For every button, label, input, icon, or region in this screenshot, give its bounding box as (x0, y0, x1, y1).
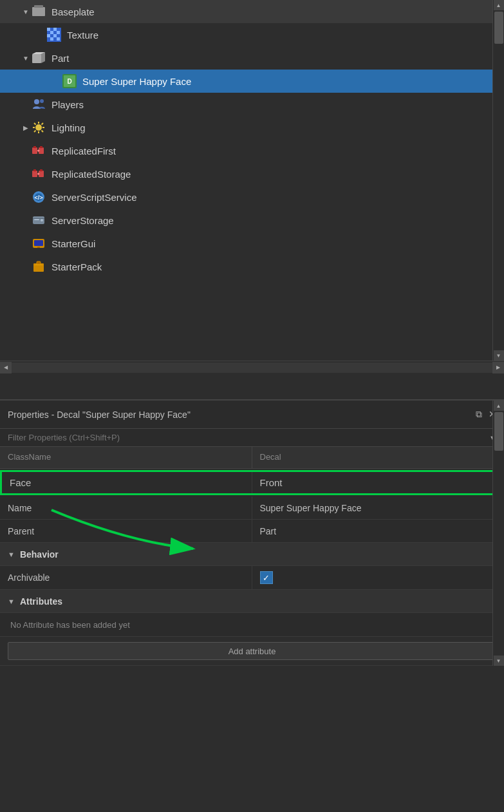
prop-name-name: Name (0, 496, 252, 519)
tree-item-texture[interactable]: ▶ Texture (0, 23, 504, 46)
svg-rect-8 (57, 31, 60, 34)
tree-item-part[interactable]: ▼ Part (0, 46, 504, 70)
properties-title: Properties - Decal "Super Super Happy Fa… (8, 410, 191, 420)
section-behavior: ▼ Behavior (0, 543, 504, 566)
tree-item-texture-label: Texture (67, 30, 504, 41)
svg-rect-4 (50, 31, 53, 34)
svg-point-18 (40, 99, 44, 103)
add-attribute-button[interactable]: Add attribute (8, 642, 496, 660)
restore-icon[interactable]: ⧉ (476, 409, 482, 420)
svg-rect-9 (50, 37, 53, 41)
players-icon (31, 97, 46, 112)
startergui-icon (31, 236, 46, 251)
prop-row-face[interactable]: Face Front (0, 470, 504, 495)
tree-item-serverscriptservice-label: ServerScriptService (51, 192, 504, 203)
scroll-down-button[interactable]: ▼ (494, 350, 504, 361)
svg-rect-11 (32, 54, 41, 63)
scroll-right-button[interactable]: ▶ (492, 362, 504, 373)
tree-item-serverstorage[interactable]: ▶ ServerStorage (0, 209, 504, 232)
behavior-chevron-icon[interactable]: ▼ (8, 551, 15, 558)
tree-item-serverstorage-label: ServerStorage (51, 215, 504, 226)
svg-rect-28 (32, 147, 37, 154)
svg-line-24 (34, 123, 36, 125)
prop-row-archivable[interactable]: Archivable ✓ (0, 566, 504, 590)
svg-rect-6 (47, 34, 50, 37)
prop-value-archivable[interactable]: ✓ (252, 566, 505, 589)
tree-area: ▼ Baseplate ▶ (0, 0, 504, 361)
add-attribute-area[interactable]: Add attribute (0, 637, 504, 666)
svg-rect-10 (57, 37, 60, 41)
replicatedstorage-icon (31, 166, 46, 182)
svg-rect-49 (37, 247, 40, 248)
tree-item-serverscriptservice[interactable]: ▶ </> ServerScriptService (0, 185, 504, 209)
starterpack-icon (31, 259, 46, 274)
svg-line-25 (42, 131, 44, 133)
chevron-right-icon: ▶ (21, 122, 31, 133)
svg-rect-29 (33, 146, 36, 148)
svg-line-27 (34, 131, 36, 133)
tree-item-part-label: Part (51, 53, 504, 64)
decal-icon: D (62, 73, 77, 89)
svg-rect-7 (53, 34, 57, 37)
svg-rect-3 (47, 28, 50, 31)
tree-item-supersuperhappyface[interactable]: ▶ D Super Super Happy Face (0, 70, 504, 93)
svg-rect-1 (34, 5, 43, 8)
properties-scrollbar[interactable]: ▲ ▼ (492, 401, 504, 666)
svg-rect-48 (34, 240, 43, 246)
attributes-title: Attributes (20, 596, 62, 607)
section-attributes: ▼ Attributes (0, 590, 504, 613)
tree-item-baseplate-label: Baseplate (51, 6, 504, 17)
scroll-track-horizontal (12, 363, 492, 373)
tree-item-players-label: Players (51, 99, 504, 110)
texture-icon (46, 27, 62, 42)
no-attribute-text: No Attribute has been added yet (10, 620, 130, 630)
tree-item-starterpack[interactable]: ▶ StarterPack (0, 255, 504, 278)
tree-item-supersuperhappyface-label: Super Super Happy Face (82, 76, 504, 87)
horizontal-scrollbar[interactable]: ◀ ▶ (0, 361, 504, 373)
tree-item-replicatedfirst[interactable]: ▶ ReplicatedFirst (0, 139, 504, 162)
svg-rect-51 (37, 261, 41, 264)
tree-item-lighting[interactable]: ▶ Lighting (0, 116, 504, 139)
col-header-value: Decal (252, 447, 505, 468)
explorer-panel: ▼ Baseplate ▶ (0, 0, 504, 399)
tree-item-replicatedfirst-label: ReplicatedFirst (51, 146, 504, 156)
svg-rect-34 (32, 171, 37, 177)
prop-value-face: Front (252, 472, 503, 493)
svg-text:</>: </> (34, 194, 42, 201)
prop-row-name[interactable]: Name Super Super Happy Face (0, 496, 504, 520)
tree-item-baseplate[interactable]: ▼ Baseplate (0, 0, 504, 23)
svg-rect-35 (33, 169, 36, 171)
prop-name-parent: Parent (0, 520, 252, 542)
vertical-scrollbar[interactable]: ▲ ▼ (492, 0, 504, 361)
prop-value-name: Super Super Happy Face (252, 496, 505, 519)
properties-header: Properties - Decal "Super Super Happy Fa… (0, 401, 504, 429)
prop-row-parent[interactable]: Parent Part (0, 520, 504, 543)
tree-item-replicatedstorage[interactable]: ▶ ReplicatedStorage (0, 162, 504, 185)
filter-input[interactable] (8, 433, 489, 442)
props-scroll-up-button[interactable]: ▲ (494, 401, 504, 411)
scroll-left-button[interactable]: ◀ (0, 362, 12, 373)
tree-item-players[interactable]: ▶ Players (0, 93, 504, 116)
tree-item-startergui[interactable]: ▶ StarterGui (0, 232, 504, 255)
attributes-chevron-icon[interactable]: ▼ (8, 598, 15, 605)
checkmark-icon: ✓ (263, 573, 270, 583)
chevron-down-icon-2: ▼ (21, 53, 31, 63)
svg-rect-5 (53, 28, 57, 31)
lighting-icon (31, 120, 46, 135)
checkbox-archivable[interactable]: ✓ (260, 571, 273, 584)
replicatedfirst-icon (31, 143, 46, 158)
filter-row: ▼ (0, 429, 504, 447)
svg-rect-0 (32, 7, 45, 16)
tree-item-lighting-label: Lighting (51, 122, 504, 133)
props-scroll-thumb[interactable] (494, 412, 503, 451)
baseplate-icon (31, 4, 46, 19)
serverstorage-icon (31, 212, 46, 228)
scroll-thumb-vertical[interactable] (494, 12, 503, 44)
serverscriptservice-icon: </> (31, 189, 46, 205)
svg-point-17 (34, 99, 39, 104)
tree-item-starterpack-label: StarterPack (51, 261, 504, 272)
props-scroll-down-button[interactable]: ▼ (494, 656, 504, 666)
svg-point-19 (35, 124, 42, 131)
col-header-name: ClassName (0, 447, 252, 468)
scroll-up-button[interactable]: ▲ (494, 0, 504, 10)
